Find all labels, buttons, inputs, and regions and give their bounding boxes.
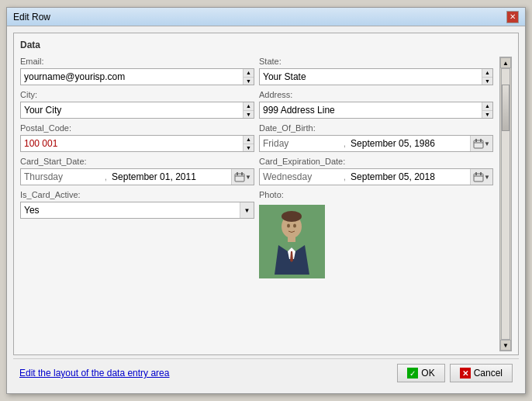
svg-point-17 <box>282 211 302 222</box>
cancel-label: Cancel <box>474 368 503 379</box>
is-card-active-select[interactable]: Yes No <box>21 202 240 218</box>
card-start-separator: , <box>103 169 109 185</box>
address-field-group: Address: ▲ ▼ <box>259 90 493 119</box>
calendar-icon <box>473 138 484 149</box>
is-card-active-field-group: Is_Card_Active: Yes No ▼ <box>20 190 254 278</box>
card-expiry-calendar-button[interactable]: ▼ <box>470 169 492 185</box>
card-start-field-group: Card_Start_Date: , <box>20 157 254 185</box>
city-spin-down[interactable]: ▼ <box>244 110 254 119</box>
edit-layout-link[interactable]: Edit the layout of the data entry area <box>19 368 169 379</box>
svg-rect-4 <box>235 174 244 181</box>
email-field-group: Email: ▲ ▼ <box>20 57 254 85</box>
city-input[interactable] <box>21 102 243 118</box>
email-input-wrap: ▲ ▼ <box>20 68 254 85</box>
card-expiry-calendar-icon <box>473 171 484 182</box>
ok-button[interactable]: ✓ OK <box>397 364 444 382</box>
scroll-track <box>501 68 510 340</box>
state-spinner: ▲ ▼ <box>482 69 492 85</box>
state-label: State: <box>259 57 493 67</box>
address-spin-down[interactable]: ▼ <box>482 110 492 119</box>
dob-input-wrap: , ▼ <box>259 135 493 152</box>
data-group: Data Email: ▲ ▼ <box>13 33 519 355</box>
state-spin-up[interactable]: ▲ <box>482 69 492 77</box>
ok-label: OK <box>421 368 434 379</box>
postal-code-input-wrap: ▲ ▼ <box>20 135 254 152</box>
window-title: Edit Row <box>13 12 50 22</box>
fields-panel: Email: ▲ ▼ State: <box>20 57 493 351</box>
address-spinner: ▲ ▼ <box>482 102 492 118</box>
postal-code-field-group: Postal_Code: ▲ ▼ <box>20 123 254 152</box>
card-expiry-label: Card_Expiration_Date: <box>259 157 493 167</box>
card-start-label: Card_Start_Date: <box>20 157 254 167</box>
svg-rect-8 <box>474 174 483 181</box>
state-input[interactable] <box>260 69 482 85</box>
city-spin-up[interactable]: ▲ <box>244 102 254 110</box>
dob-calendar-button[interactable]: ▼ <box>470 136 492 151</box>
svg-point-16 <box>293 224 296 228</box>
card-start-calendar-button[interactable]: ▼ <box>231 169 254 185</box>
scroll-up-button[interactable]: ▲ <box>500 57 511 68</box>
content-area: Email: ▲ ▼ State: <box>20 57 512 351</box>
card-start-day-input[interactable] <box>21 169 103 185</box>
city-field-group: City: ▲ ▼ <box>20 90 254 119</box>
dob-date-input[interactable] <box>347 136 470 151</box>
state-field-group: State: ▲ ▼ <box>259 57 493 85</box>
card-expiry-day-input[interactable] <box>260 169 342 185</box>
svg-rect-14 <box>288 236 295 242</box>
city-spinner: ▲ ▼ <box>243 102 254 118</box>
card-expiry-dropdown-arrow: ▼ <box>484 174 490 181</box>
address-spin-up[interactable]: ▲ <box>482 102 492 110</box>
ok-icon: ✓ <box>407 368 418 379</box>
edit-row-window: Edit Row ✕ Data Email: ▲ <box>6 7 526 394</box>
card-expiry-date-input[interactable] <box>347 169 470 185</box>
dob-label: Date_Of_Birth: <box>259 123 493 133</box>
person-photo-svg <box>259 205 325 278</box>
scrollbar: ▲ ▼ <box>499 57 512 351</box>
card-start-input-wrap: , ▼ <box>20 168 254 185</box>
postal-code-label: Postal_Code: <box>20 123 254 133</box>
cancel-button[interactable]: ✕ Cancel <box>450 364 513 382</box>
dob-day-input[interactable] <box>260 136 342 151</box>
card-start-dropdown-arrow: ▼ <box>245 174 251 181</box>
state-spin-down[interactable]: ▼ <box>482 77 492 85</box>
city-label: City: <box>20 90 254 100</box>
svg-rect-2 <box>480 139 482 142</box>
svg-rect-9 <box>475 172 477 175</box>
photo-box <box>259 205 325 278</box>
group-title: Data <box>20 40 512 50</box>
svg-point-15 <box>287 224 290 228</box>
is-card-active-dropdown-arrow[interactable]: ▼ <box>240 202 254 218</box>
dob-separator: , <box>342 136 347 151</box>
postal-code-spinner: ▲ ▼ <box>243 136 254 151</box>
address-input[interactable] <box>260 102 482 118</box>
photo-field-group: Photo: <box>259 190 493 278</box>
card-start-calendar-icon <box>234 171 245 182</box>
bottom-bar: Edit the layout of the data entry area ✓… <box>13 358 519 387</box>
card-start-date-input[interactable] <box>109 169 231 185</box>
address-label: Address: <box>259 90 493 100</box>
is-card-active-dropdown-wrap: Yes No ▼ <box>20 202 254 219</box>
postal-spin-down[interactable]: ▼ <box>244 143 254 152</box>
email-spin-down[interactable]: ▼ <box>244 77 254 85</box>
cancel-icon: ✕ <box>460 368 471 379</box>
email-input[interactable] <box>21 69 243 85</box>
photo-label: Photo: <box>259 190 493 200</box>
svg-rect-6 <box>241 172 243 175</box>
photo-wrap <box>259 202 493 278</box>
svg-rect-10 <box>480 172 482 175</box>
dob-field-group: Date_Of_Birth: , <box>259 123 493 152</box>
city-input-wrap: ▲ ▼ <box>20 102 254 119</box>
fields-grid: Email: ▲ ▼ State: <box>20 57 493 278</box>
close-button[interactable]: ✕ <box>506 11 519 23</box>
scroll-thumb[interactable] <box>502 85 510 131</box>
svg-rect-5 <box>237 172 238 175</box>
email-label: Email: <box>20 57 254 67</box>
card-expiry-separator: , <box>342 169 347 185</box>
email-spin-up[interactable]: ▲ <box>244 69 254 77</box>
postal-spin-up[interactable]: ▲ <box>244 136 254 143</box>
email-spinner: ▲ ▼ <box>243 69 254 85</box>
address-input-wrap: ▲ ▼ <box>259 102 493 119</box>
bottom-buttons: ✓ OK ✕ Cancel <box>397 364 513 382</box>
scroll-down-button[interactable]: ▼ <box>500 340 511 351</box>
postal-code-input[interactable] <box>21 136 243 151</box>
